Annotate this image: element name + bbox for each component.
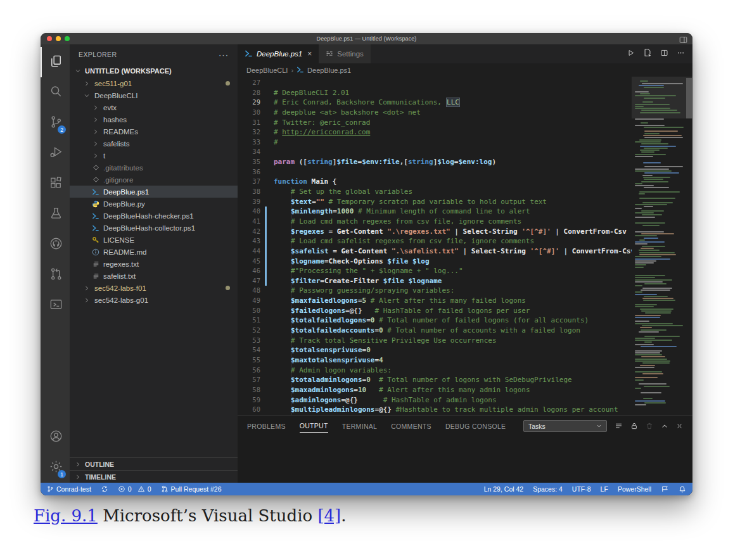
code-line-46[interactable]: 46#"Processing the " + $logname + " log.… [238, 266, 632, 276]
activity-files[interactable] [41, 47, 70, 77]
code-line-27[interactable]: 27 [238, 78, 632, 88]
panel-tab-problems[interactable]: PROBLEMS [247, 420, 286, 433]
code-line-31[interactable]: 31# Twitter: @eric_conrad [238, 118, 632, 128]
maximize-window-button[interactable] [65, 36, 70, 41]
reference-link[interactable]: [4] [317, 506, 341, 525]
split-editor-icon[interactable] [660, 48, 668, 60]
activity-extensions[interactable] [41, 169, 70, 199]
tree-item-t[interactable]: t [70, 150, 238, 162]
activity-powershell-box[interactable] [41, 290, 70, 321]
code-line-29[interactable]: 29# Eric Conrad, Backshore Communication… [238, 98, 632, 108]
code-line-50[interactable]: 50$failedlogons=@{} # HashTable of faile… [238, 306, 632, 316]
tree-item-deepblue-ps1[interactable]: DeepBlue.ps1 [70, 186, 238, 198]
code-line-49[interactable]: 49$maxfailedlogons=5 # Alert after this … [238, 296, 632, 306]
pull-request-status[interactable]: Pull Request #26 [161, 485, 222, 493]
breadcrumb-folder[interactable]: DeepBlueCLI [246, 67, 288, 74]
workspace-root-item[interactable]: UNTITLED (WORKSPACE) [70, 65, 238, 77]
tree-item-deepbluehash-checker-ps1[interactable]: DeepBlueHash-checker.ps1 [70, 210, 238, 222]
code-line-34[interactable]: 34 [238, 147, 632, 157]
code-line-33[interactable]: 33# [238, 137, 632, 148]
customize-layout-icon[interactable] [679, 35, 687, 46]
clear-output-icon[interactable] [615, 422, 623, 430]
tree-item-regexes-txt[interactable]: regexes.txt [70, 258, 238, 270]
activity-test-beaker[interactable] [41, 199, 70, 229]
code-line-38[interactable]: 38# Set up the global variables [238, 187, 632, 197]
tree-item-safelist-txt[interactable]: safelist.txt [70, 270, 238, 282]
tree-item-deepbluecli[interactable]: DeepBlueCLI [70, 89, 238, 101]
activity-source-control[interactable]: 2 [41, 108, 70, 138]
activity-account[interactable] [41, 422, 70, 452]
code-line-48[interactable]: 48# Passworg guessing/spraying variables… [238, 286, 632, 296]
tree-item-readmes[interactable]: READMEs [70, 125, 238, 137]
activity-pull-request[interactable] [41, 260, 70, 290]
activity-search[interactable] [41, 77, 70, 108]
tree-item-gitattributes[interactable]: .gitattributes [70, 162, 238, 174]
tab-settings[interactable]: Settings [319, 44, 371, 63]
close-window-button[interactable] [47, 36, 52, 41]
breadcrumb-file[interactable]: DeepBlue.ps1 [307, 67, 351, 74]
tree-item-sec542-labs-g01[interactable]: sec542-labs-g01 [70, 294, 238, 306]
code-line-60[interactable]: 60$multipleadminlogons=@{} #Hashtable to… [238, 405, 632, 415]
eol-sequence[interactable]: LF [601, 485, 608, 493]
language-mode[interactable]: PowerShell [618, 485, 651, 493]
run-icon[interactable] [627, 48, 635, 60]
code-line-30[interactable]: 30# deepblue <at> backshore <dot> net [238, 108, 632, 118]
problems-status[interactable]: 0 0 [118, 485, 151, 493]
outline-section[interactable]: OUTLINE [70, 457, 238, 470]
tree-item-safelists[interactable]: safelists [70, 137, 238, 150]
code-line-47[interactable]: 47$filter=Create-Filter $file $logname [238, 276, 632, 286]
tree-item-license[interactable]: LICENSE [70, 234, 238, 246]
code-line-52[interactable]: 52$totalfailedaccounts=0 # Total number … [238, 326, 632, 336]
code-line-54[interactable]: 54$totalsensprivuse=0 [238, 345, 632, 355]
close-panel-icon[interactable] [676, 423, 683, 430]
tree-item-deepblue-py[interactable]: DeepBlue.py [70, 198, 238, 210]
feedback-icon[interactable] [661, 485, 669, 493]
timeline-section[interactable]: TIMELINE [70, 470, 238, 483]
encoding[interactable]: UTF-8 [572, 485, 591, 493]
code-line-51[interactable]: 51$totalfailedlogons=0 # Total number of… [238, 315, 632, 326]
code-line-41[interactable]: 41# Load cmd match regexes from csv file… [238, 217, 632, 227]
code-line-56[interactable]: 56# Admin logon variables: [238, 366, 632, 376]
indentation[interactable]: Spaces: 4 [533, 485, 563, 493]
code-line-39[interactable]: 39$text="" # Temporary scratch pad varia… [238, 197, 632, 207]
panel-tab-terminal[interactable]: TERMINAL [342, 420, 378, 433]
sync-changes-button[interactable] [101, 485, 108, 493]
close-tab-icon[interactable]: × [307, 49, 312, 58]
breadcrumb[interactable]: DeepBlueCLI › DeepBlue.ps1 [238, 63, 692, 77]
code-line-37[interactable]: 37function Main { [238, 177, 632, 187]
panel-tab-debug-console[interactable]: DEBUG CONSOLE [445, 420, 506, 433]
more-actions-icon[interactable] [677, 48, 685, 60]
tree-item-readme-md[interactable]: README.md [70, 246, 238, 258]
git-branch-status[interactable]: Conrad-test [47, 485, 91, 493]
code-line-57[interactable]: 57$totaladminlogons=0 # Total number of … [238, 375, 632, 385]
code-line-36[interactable]: 36 [238, 167, 632, 177]
figure-number-link[interactable]: Fig. 9.1 [34, 506, 98, 525]
run-file-icon[interactable] [643, 48, 652, 60]
code-editor[interactable]: 2728# DeepBlueCLI 2.0129# Eric Conrad, B… [238, 77, 692, 415]
panel-tab-comments[interactable]: COMMENTS [391, 420, 431, 433]
editor-scrollbar[interactable] [686, 78, 692, 118]
tree-item-sec511-g01[interactable]: sec511-g01 [70, 77, 238, 89]
code-line-59[interactable]: 59$adminlogons=@{} # HashTable of admin … [238, 395, 632, 405]
code-line-35[interactable]: 35param ([string]$file=$env:file,[string… [238, 157, 632, 167]
notifications-bell-icon[interactable] [679, 485, 686, 493]
activity-settings-gear[interactable]: 1 [41, 452, 70, 483]
code-line-32[interactable]: 32# http://ericconrad.com [238, 127, 632, 137]
code-line-43[interactable]: 43# Load cmd safelist regexes from csv f… [238, 236, 632, 246]
activity-github[interactable] [41, 229, 70, 260]
tree-item-sec542-labs-f01[interactable]: sec542-labs-f01 [70, 282, 238, 294]
tree-item-evtx[interactable]: evtx [70, 101, 238, 113]
activity-run-debug[interactable] [41, 138, 70, 169]
code-line-55[interactable]: 55$maxtotalsensprivuse=4 [238, 355, 632, 366]
tree-item-hashes[interactable]: hashes [70, 113, 238, 125]
cursor-position[interactable]: Ln 29, Col 42 [484, 485, 523, 493]
tree-item-gitignore[interactable]: .gitignore [70, 174, 238, 186]
trash-icon[interactable] [646, 422, 653, 430]
code-line-28[interactable]: 28# DeepBlueCLI 2.01 [238, 88, 632, 98]
tree-item-deepbluehash-collector-ps1[interactable]: DeepBlueHash-collector.ps1 [70, 222, 238, 234]
code-line-53[interactable]: 53# Track total Sensitive Privilege Use … [238, 336, 632, 346]
tab-deepblue-ps1[interactable]: DeepBlue.ps1 × [238, 44, 319, 63]
minimize-window-button[interactable] [56, 36, 61, 41]
lock-icon[interactable] [630, 422, 638, 430]
code-line-44[interactable]: 44$safelist = Get-Content ".\safelist.tx… [238, 246, 632, 257]
